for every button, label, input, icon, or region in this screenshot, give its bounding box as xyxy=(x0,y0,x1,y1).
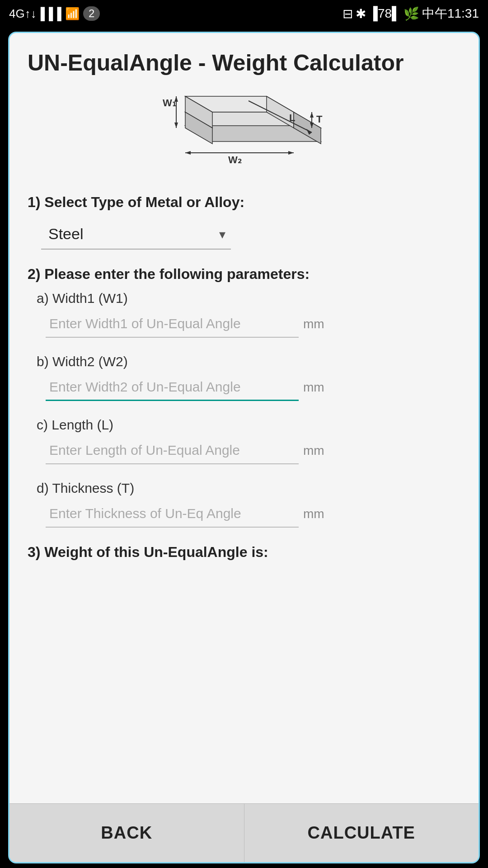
card-content: UN-EqualAngle - Weight Calculator xyxy=(9,33,479,803)
dropdown-container: Steel Aluminum Copper Brass Cast Iron ▾ xyxy=(28,219,460,250)
width1-label: a) Width1 (W1) xyxy=(28,291,460,306)
svg-marker-16 xyxy=(310,112,314,118)
width1-unit: mm xyxy=(303,317,324,331)
svg-text:L: L xyxy=(289,112,295,123)
width2-unit: mm xyxy=(303,380,324,395)
params-section: 2) Please enter the following parameters… xyxy=(28,266,460,528)
width1-input-row: mm xyxy=(28,311,460,338)
status-right: ⊟ ✱ ▐78▌ 🌿 中午11:31 xyxy=(343,5,479,22)
thickness-input-row: mm xyxy=(28,500,460,528)
length-label: c) Length (L) xyxy=(28,417,460,433)
signal-icon: 4G↑↓▐▐▐ xyxy=(9,7,61,21)
angle-diagram: W₁ W₂ T L xyxy=(149,87,339,178)
metal-dropdown-wrapper[interactable]: Steel Aluminum Copper Brass Cast Iron ▾ xyxy=(28,219,231,250)
thickness-unit: mm xyxy=(303,507,324,521)
battery-icon: ▐78▌ xyxy=(369,6,401,21)
width2-input[interactable] xyxy=(46,374,299,401)
svg-marker-12 xyxy=(185,151,191,155)
svg-marker-13 xyxy=(288,151,294,155)
status-bar: 4G↑↓▐▐▐ 📶 2 ⊟ ✱ ▐78▌ 🌿 中午11:31 xyxy=(0,0,488,27)
diagram-container: W₁ W₂ T L xyxy=(28,87,460,178)
step1-label: 1) Select Type of Metal or Alloy: xyxy=(28,194,460,211)
notification-badge: 2 xyxy=(83,6,100,21)
main-card: UN-EqualAngle - Weight Calculator xyxy=(8,32,480,863)
calculate-button[interactable]: CALCULATE xyxy=(244,803,479,862)
thickness-input[interactable] xyxy=(46,500,299,528)
page-title: UN-EqualAngle - Weight Calculator xyxy=(28,49,460,76)
param-group-width1: a) Width1 (W1) mm xyxy=(28,291,460,338)
back-button[interactable]: BACK xyxy=(9,803,244,862)
width2-label: b) Width2 (W2) xyxy=(28,354,460,369)
svg-text:W₂: W₂ xyxy=(228,154,242,165)
width2-input-row: mm xyxy=(28,374,460,401)
svg-text:T: T xyxy=(316,113,323,125)
step3-label: 3) Weight of this Un-EqualAngle is: xyxy=(28,544,460,561)
metal-select[interactable]: Steel Aluminum Copper Brass Cast Iron xyxy=(41,219,231,250)
step2-label: 2) Please enter the following parameters… xyxy=(28,266,460,283)
status-left: 4G↑↓▐▐▐ 📶 2 xyxy=(9,6,100,21)
leaf-icon: 🌿 xyxy=(404,6,419,21)
svg-marker-9 xyxy=(174,123,178,128)
length-input[interactable] xyxy=(46,437,299,464)
thickness-label: d) Thickness (T) xyxy=(28,481,460,496)
bluetooth-icon: ✱ xyxy=(356,6,366,21)
param-group-thickness: d) Thickness (T) mm xyxy=(28,481,460,528)
wifi-icon: 📶 xyxy=(65,7,80,21)
nfc-icon: ⊟ xyxy=(343,6,353,21)
bottom-buttons: BACK CALCULATE xyxy=(9,803,479,862)
param-group-length: c) Length (L) mm xyxy=(28,417,460,464)
length-unit: mm xyxy=(303,443,324,458)
svg-text:W₁: W₁ xyxy=(163,97,176,108)
width1-input[interactable] xyxy=(46,311,299,338)
length-input-row: mm xyxy=(28,437,460,464)
param-group-width2: b) Width2 (W2) mm xyxy=(28,354,460,401)
time-display: 中午11:31 xyxy=(422,5,479,22)
